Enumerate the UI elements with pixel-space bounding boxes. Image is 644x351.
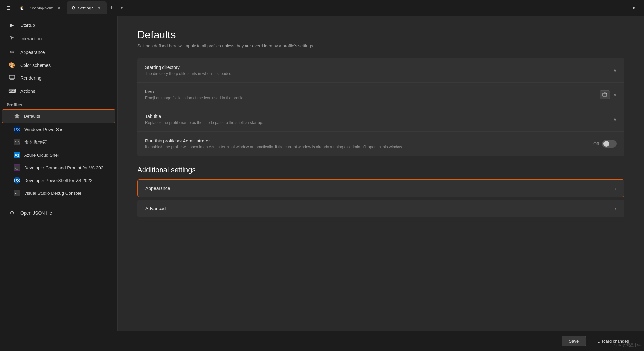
save-button[interactable]: Save <box>562 336 586 346</box>
sidebar-item-startup-label: Startup <box>20 23 35 28</box>
sidebar-item-rendering-label: Rendering <box>20 75 42 81</box>
run-as-admin-title: Run this profile as Administrator <box>145 138 593 143</box>
tab-settings-icon: ⚙ <box>71 5 76 10</box>
maximize-button[interactable]: □ <box>611 3 626 13</box>
sidebar-item-appearance[interactable]: ✏ Appearance <box>2 46 115 58</box>
hamburger-menu-button[interactable]: ☰ <box>3 2 14 14</box>
sidebar-item-defaults[interactable]: Defaults <box>2 109 115 123</box>
sidebar-item-rendering[interactable]: Rendering <box>2 72 115 84</box>
add-tab-button[interactable]: + <box>107 3 117 13</box>
additional-advanced-label: Advanced <box>145 206 615 211</box>
tab-title-desc: Replaces the profile name as the title t… <box>145 120 613 125</box>
sidebar-item-windows-powershell[interactable]: PS Windows PowerShell <box>2 123 115 136</box>
tab-nvim-close[interactable]: ✕ <box>56 5 62 11</box>
additional-setting-appearance[interactable]: Appearance › <box>137 179 624 197</box>
svg-rect-9 <box>603 93 607 96</box>
sidebar: ▶ Startup Interaction ✏ Appearance 🎨 Col… <box>0 16 118 331</box>
run-as-admin-toggle-label: Off <box>593 142 599 146</box>
icon-title: Icon <box>145 89 600 94</box>
close-button[interactable]: ✕ <box>626 3 641 13</box>
tab-title-right: ∨ <box>613 117 617 122</box>
sidebar-item-cmd[interactable]: C:\ 命令提示符 <box>2 136 115 148</box>
interaction-icon <box>8 35 16 42</box>
page-title: Defaults <box>137 29 624 41</box>
content-area: Defaults Settings defined here will appl… <box>118 16 644 331</box>
icon-browse-button[interactable] <box>600 90 610 99</box>
sidebar-item-dev-cmd-prompt[interactable]: >_ Developer Command Prompt for VS 202 <box>2 161 115 174</box>
setting-row-icon[interactable]: Icon Emoji or image file location of the… <box>137 83 624 107</box>
sidebar-item-interaction[interactable]: Interaction <box>2 32 115 45</box>
sidebar-item-vs-debug-console[interactable]: ▶ Visual Studio Debug Console <box>2 187 115 199</box>
settings-list: Starting directory The directory the pro… <box>137 58 624 156</box>
starting-directory-title: Starting directory <box>145 65 613 70</box>
additional-setting-advanced[interactable]: Advanced › <box>137 200 624 217</box>
profiles-section-label: Profiles <box>0 98 117 109</box>
sidebar-item-startup[interactable]: ▶ Startup <box>2 19 115 31</box>
setting-row-starting-directory[interactable]: Starting directory The directory the pro… <box>137 58 624 83</box>
sidebar-item-color-schemes-label: Color schemes <box>20 63 51 68</box>
additional-settings-title: Additional settings <box>137 166 624 174</box>
color-schemes-icon: 🎨 <box>8 62 16 68</box>
additional-advanced-chevron: › <box>615 206 616 211</box>
sidebar-item-azure-label: Azure Cloud Shell <box>24 153 59 158</box>
icon-content: Icon Emoji or image file location of the… <box>145 89 600 100</box>
window-controls: ─ □ ✕ <box>596 3 641 13</box>
tabs-area: 🐧 ~/.config/nvim ✕ ⚙ Settings ✕ + ▾ <box>14 1 596 14</box>
title-bar-left: ☰ <box>3 2 14 14</box>
dev-cmd-icon: >_ <box>14 164 20 171</box>
additional-appearance-label: Appearance <box>145 186 615 191</box>
watermark-text: CSDN @紫星十年 <box>612 343 641 348</box>
setting-row-run-as-admin[interactable]: Run this profile as Administrator If ena… <box>137 132 624 156</box>
starting-directory-desc: The directory the profile starts in when… <box>145 71 613 76</box>
sidebar-item-azure-cloud-shell[interactable]: Az Azure Cloud Shell <box>2 149 115 161</box>
tab-nvim[interactable]: 🐧 ~/.config/nvim ✕ <box>14 1 67 14</box>
sidebar-item-dev-powershell[interactable]: PS Developer PowerShell for VS 2022 <box>2 174 115 187</box>
icon-chevron: ∨ <box>613 92 617 97</box>
starting-directory-chevron: ∨ <box>613 68 617 73</box>
rendering-icon <box>8 75 16 81</box>
sidebar-item-open-json[interactable]: ⚙ Open JSON file <box>2 207 115 219</box>
page-subtitle: Settings defined here will apply to all … <box>137 43 624 48</box>
azure-icon: Az <box>14 152 20 158</box>
minimize-button[interactable]: ─ <box>596 3 611 13</box>
appearance-icon: ✏ <box>8 49 16 55</box>
main-area: ▶ Startup Interaction ✏ Appearance 🎨 Col… <box>0 16 644 331</box>
svg-rect-0 <box>9 75 15 79</box>
cmd-icon: C:\ <box>14 139 20 145</box>
tab-settings-close[interactable]: ✕ <box>96 5 102 11</box>
starting-directory-content: Starting directory The directory the pro… <box>145 65 613 76</box>
sidebar-item-color-schemes[interactable]: 🎨 Color schemes <box>2 59 115 72</box>
sidebar-item-actions-label: Actions <box>20 89 35 94</box>
sidebar-item-defaults-label: Defaults <box>24 114 40 119</box>
run-as-admin-desc: If enabled, the profile will open in an … <box>145 145 593 149</box>
sidebar-item-cmd-label: 命令提示符 <box>24 139 47 145</box>
tab-title-chevron: ∨ <box>613 117 617 122</box>
sidebar-item-dev-cmd-label: Developer Command Prompt for VS 202 <box>24 165 103 170</box>
sidebar-item-interaction-label: Interaction <box>20 36 42 41</box>
run-as-admin-toggle-container: Off <box>593 140 617 148</box>
bottom-bar: Save Discard changes <box>0 331 644 351</box>
starting-directory-right: ∨ <box>613 68 617 73</box>
sidebar-item-powershell-label: Windows PowerShell <box>24 127 66 132</box>
setting-row-tab-title[interactable]: Tab title Replaces the profile name as t… <box>137 107 624 132</box>
svg-rect-1 <box>11 79 13 79</box>
vs-debug-icon: ▶ <box>14 190 20 196</box>
tab-nvim-label: ~/.config/nvim <box>27 6 54 10</box>
tab-settings[interactable]: ⚙ Settings ✕ <box>67 1 107 14</box>
run-as-admin-toggle[interactable] <box>602 140 617 148</box>
icon-right: ∨ <box>600 90 617 99</box>
additional-appearance-chevron: › <box>615 186 616 191</box>
tab-nvim-icon: 🐧 <box>19 5 25 10</box>
svg-text:C:\: C:\ <box>15 141 20 144</box>
sidebar-item-vs-debug-label: Visual Studio Debug Console <box>24 191 81 196</box>
sidebar-item-actions[interactable]: ⌨ Actions <box>2 85 115 97</box>
tab-settings-label: Settings <box>78 6 93 10</box>
sidebar-item-appearance-label: Appearance <box>20 50 45 55</box>
open-json-icon: ⚙ <box>8 210 16 216</box>
startup-icon: ▶ <box>8 22 16 28</box>
defaults-icon <box>14 113 20 120</box>
powershell-icon: PS <box>14 126 20 133</box>
run-as-admin-right: Off <box>593 140 617 148</box>
icon-desc: Emoji or image file location of the icon… <box>145 96 600 100</box>
tab-dropdown-button[interactable]: ▾ <box>117 3 126 12</box>
